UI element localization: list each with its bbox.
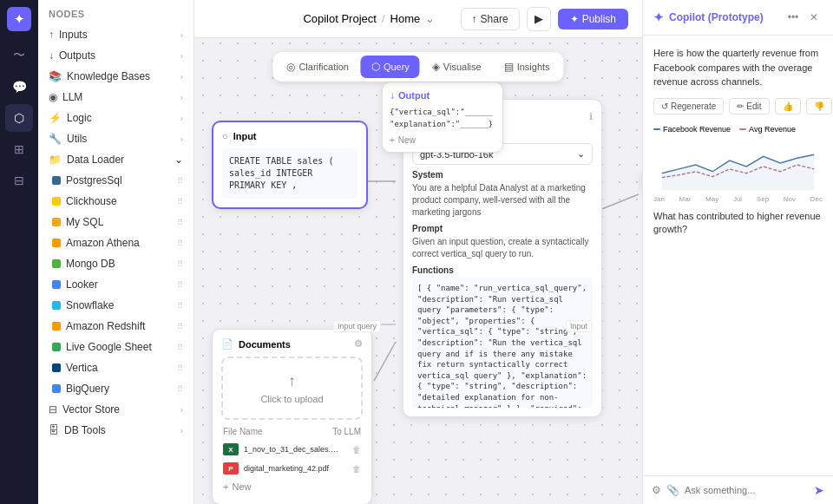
sidebar-item-looker[interactable]: Looker ⠿ <box>38 274 193 295</box>
chevron-right-icon: › <box>180 426 183 435</box>
main-canvas: Copilot Project / Home ⌄ ↑ Share ▶ ✦ Pub… <box>194 0 642 504</box>
drag-handle-icon[interactable]: ⠿ <box>177 218 183 227</box>
sidebar-item-amazon-athena[interactable]: Amazon Athena ⠿ <box>38 232 193 253</box>
play-button[interactable]: ▶ <box>527 7 551 31</box>
header-title: Copilot Project / Home ⌄ <box>303 12 435 25</box>
documents-node-title: Documents <box>239 339 291 350</box>
sidebar-stack-btn[interactable]: ⊞ <box>5 135 33 163</box>
plus-icon: + <box>390 135 395 145</box>
sidebar-item-inputs[interactable]: ↑ Inputs › <box>38 24 193 45</box>
sidebar-chat-btn[interactable]: 💬 <box>5 73 33 101</box>
sidebar-item-postgresql[interactable]: PostgresSql ⠿ <box>38 170 193 191</box>
tab-insights[interactable]: ▤ Insights <box>494 56 561 78</box>
tab-visualise[interactable]: ◈ Visualise <box>422 56 492 78</box>
publish-button[interactable]: ✦ Publish <box>558 9 628 29</box>
query-tab-icon: ⬡ <box>371 61 380 73</box>
functions-code[interactable]: [ { "name": "run_vertica_sql_query", "de… <box>412 278 593 408</box>
delete-file-1-btn[interactable]: 🗑 <box>352 464 361 474</box>
sidebar-item-mongodb[interactable]: Mongo DB ⠿ <box>38 253 193 274</box>
nodes-panel-title: Nodes <box>38 0 193 24</box>
input-node-title: Input <box>233 131 257 141</box>
sidebar-item-outputs[interactable]: ↓ Outputs › <box>38 45 193 66</box>
vertica-color <box>52 363 61 372</box>
drag-handle-icon[interactable]: ⠿ <box>177 363 183 373</box>
output-icon: ↓ <box>390 89 395 101</box>
documents-add-btn[interactable]: + New <box>221 478 363 495</box>
copilot-close-btn[interactable]: ✕ <box>805 9 823 26</box>
sidebar-item-knowledge-bases[interactable]: 📚 Knowledge Bases › <box>38 66 193 87</box>
plus-icon: + <box>223 481 228 492</box>
chart-x-labels: Jan Mar May Jul Sep Nov Dec <box>653 195 823 203</box>
mysql-color <box>52 218 61 226</box>
regenerate-button[interactable]: ↺ Regenerate <box>653 98 724 115</box>
sidebar-activity-btn[interactable]: 〜 <box>5 42 33 69</box>
drag-handle-icon[interactable]: ⠿ <box>177 322 183 331</box>
sidebar-layers-btn[interactable]: ⬡ <box>5 104 33 132</box>
header-actions: ↑ Share ▶ ✦ Publish <box>461 7 628 31</box>
attach-btn[interactable]: ⚙ <box>652 484 661 496</box>
prompt-text: Given an input question, create a syntac… <box>412 236 593 260</box>
sidebar-item-vertica[interactable]: Vertica ⠿ <box>38 357 193 378</box>
tab-query[interactable]: ⬡ Query <box>361 56 420 78</box>
copilot-header-actions: ••• ✕ <box>784 9 823 26</box>
sidebar-item-data-loader[interactable]: 📁 Data Loader ⌄ <box>38 149 193 170</box>
doc-file-pdf: P digital_marketing_42.pdf 🗑 <box>221 459 363 478</box>
sidebar-item-bigquery[interactable]: BigQuery ⠿ <box>38 378 193 399</box>
doc-upload-area[interactable]: ↑ Click to upload <box>221 357 363 420</box>
header-separator: / <box>382 12 385 25</box>
sidebar-item-snowflake[interactable]: Snowflake ⠿ <box>38 295 193 316</box>
inputs-icon: ↑ <box>49 29 54 41</box>
drag-handle-icon[interactable]: ⠿ <box>177 384 183 394</box>
documents-settings-icon[interactable]: ⚙ <box>354 338 363 350</box>
visualise-tab-icon: ◈ <box>432 61 440 73</box>
paperclip-btn[interactable]: 📎 <box>666 484 679 496</box>
drag-handle-icon[interactable]: ⠿ <box>177 176 183 186</box>
output-node: ↓ Output {"vertica_sql":"______ "explana… <box>382 82 503 153</box>
sidebar-icon-panel: ✦ 〜 💬 ⬡ ⊞ ⊟ <box>0 0 38 504</box>
system-text: You are a helpful Data Analyst at a mark… <box>412 182 593 219</box>
drag-handle-icon[interactable]: ⠿ <box>177 280 183 290</box>
share-button[interactable]: ↑ Share <box>461 8 520 30</box>
logic-icon: ⚡ <box>49 112 62 124</box>
sidebar-grid-btn[interactable]: ⊟ <box>5 167 33 194</box>
send-button[interactable]: ➤ <box>814 483 824 497</box>
sidebar-item-mysql[interactable]: My SQL ⠿ <box>38 212 193 232</box>
output-node-header: ↓ Output <box>390 89 495 101</box>
sidebar-item-clickhouse[interactable]: Clickhouse ⠿ <box>38 191 193 212</box>
copilot-text-input[interactable] <box>685 485 809 495</box>
documents-node-icon: 📄 <box>221 338 233 350</box>
sidebar-item-logic[interactable]: ⚡ Logic › <box>38 108 193 128</box>
facebook-legend-dot <box>653 128 660 130</box>
drag-handle-icon[interactable]: ⠿ <box>177 343 183 352</box>
drag-handle-icon[interactable]: ⠿ <box>177 301 183 311</box>
output-add-btn[interactable]: + New <box>390 135 495 145</box>
drag-handle-icon[interactable]: ⠿ <box>177 197 183 206</box>
thumbs-up-btn[interactable]: 👍 <box>775 98 801 115</box>
drag-handle-icon[interactable]: ⠿ <box>177 239 183 248</box>
sidebar-item-utils[interactable]: 🔧 Utils › <box>38 128 193 149</box>
delete-file-0-btn[interactable]: 🗑 <box>352 445 361 455</box>
drag-handle-icon[interactable]: ⠿ <box>177 259 183 269</box>
doc-table-header: File Name To LLM <box>221 427 363 440</box>
postgresql-color <box>52 176 61 185</box>
legend-avg: Avg Revenue <box>739 125 796 134</box>
upload-icon: ↑ <box>237 372 347 390</box>
edit-button[interactable]: ✏ Edit <box>729 98 769 115</box>
sidebar-item-llm[interactable]: ◉ LLM › <box>38 87 193 108</box>
thumbs-down-btn[interactable]: 👎 <box>806 98 832 115</box>
tab-clarification[interactable]: ◎ Clarification <box>276 56 358 78</box>
redshift-color <box>52 322 61 331</box>
sidebar-item-vector-store[interactable]: ⊟ Vector Store › <box>38 399 193 420</box>
output-code: {"vertica_sql":"______ "explanation":"__… <box>390 107 495 130</box>
bigquery-color <box>52 384 61 393</box>
regenerate-icon: ↺ <box>661 101 668 111</box>
input-label: Input <box>566 320 592 332</box>
chevron-right-icon: › <box>180 114 183 123</box>
openai-info-icon[interactable]: ℹ <box>589 111 593 122</box>
sidebar-item-db-tools[interactable]: 🗄 DB Tools › <box>38 420 193 441</box>
sidebar-item-google-sheet[interactable]: Live Google Sheet ⠿ <box>38 337 193 357</box>
dropdown-chevron-icon[interactable]: ⌄ <box>425 12 435 25</box>
copilot-more-btn[interactable]: ••• <box>784 9 802 26</box>
chevron-right-icon: › <box>180 30 183 40</box>
sidebar-item-amazon-redshift[interactable]: Amazon Redshift ⠿ <box>38 316 193 337</box>
